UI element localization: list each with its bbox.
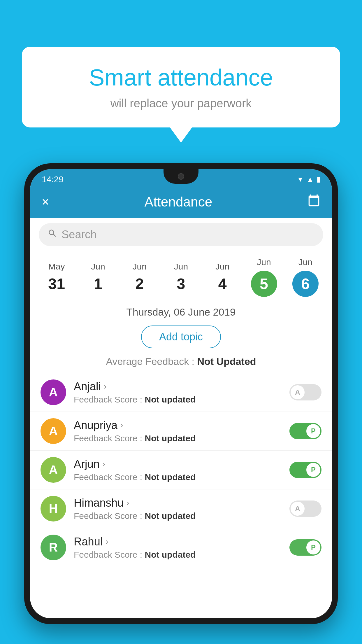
- cal-date-4: 4: [218, 275, 227, 293]
- speech-bubble: Smart attendance will replace your paper…: [22, 47, 340, 127]
- student-avatar-rahul: R: [41, 535, 66, 560]
- student-name-anupriya: Anupriya ›: [74, 419, 282, 432]
- cal-date-circle-2: 2: [135, 275, 144, 293]
- feedback-score-anupriya: Feedback Score : Not updated: [74, 433, 282, 443]
- phone-status-icons: ▼ ▲ ▮: [297, 175, 320, 183]
- date-info: Thursday, 06 June 2019: [30, 300, 332, 323]
- student-item-anjali[interactable]: A Anjali › Feedback Score : Not updated: [30, 373, 332, 412]
- search-bar-container: Search: [30, 218, 332, 251]
- cal-date-circle-1: 1: [94, 275, 102, 293]
- status-bar: 14:29 ▼ ▲ ▮: [24, 169, 338, 190]
- cal-month-6: Jun: [298, 257, 312, 267]
- student-avatar-anupriya: A: [41, 418, 66, 444]
- phone-outer: 14:29 ▼ ▲ ▮ × Attendance: [24, 163, 338, 624]
- student-avatar-himanshu: H: [41, 496, 66, 522]
- toggle-circle-arjun: P: [306, 463, 320, 477]
- cal-date-6: 6: [301, 275, 310, 293]
- phone-time: 14:29: [42, 174, 64, 184]
- add-topic-button[interactable]: Add topic: [141, 326, 221, 348]
- attendance-toggle-rahul[interactable]: P: [289, 539, 321, 556]
- student-item-rahul[interactable]: R Rahul › Feedback Score : Not updated: [30, 528, 332, 567]
- student-item-anupriya[interactable]: A Anupriya › Feedback Score : Not update…: [30, 412, 332, 451]
- calendar-button[interactable]: [307, 194, 320, 210]
- toggle-circle-anjali: A: [291, 385, 305, 399]
- chevron-right-icon-anupriya: ›: [120, 421, 123, 430]
- cal-date-circle-6: 6: [292, 271, 319, 297]
- chevron-right-icon-rahul: ›: [106, 537, 108, 546]
- cal-day-2[interactable]: Jun 2: [122, 262, 157, 293]
- chevron-right-icon-arjun: ›: [103, 459, 105, 469]
- student-info-anupriya: Anupriya › Feedback Score : Not updated: [74, 419, 282, 443]
- calendar-icon: [307, 194, 320, 207]
- cal-day-1[interactable]: Jun 1: [80, 262, 115, 293]
- add-topic-container: Add topic: [30, 323, 332, 353]
- cal-date-5: 5: [260, 275, 268, 293]
- student-name-rahul: Rahul ›: [74, 536, 282, 548]
- student-info-anjali: Anjali › Feedback Score : Not updated: [74, 380, 282, 405]
- cal-day-4[interactable]: Jun 4: [205, 262, 240, 293]
- attendance-toggle-himanshu[interactable]: A: [289, 501, 321, 517]
- search-icon: [48, 228, 57, 241]
- cal-month-0: May: [48, 262, 65, 272]
- cal-date-circle-3: 3: [177, 275, 185, 293]
- cal-day-0[interactable]: May 31: [39, 262, 74, 293]
- cal-date-3: 3: [177, 275, 185, 293]
- feedback-score-arjun: Feedback Score : Not updated: [74, 472, 282, 482]
- attendance-toggle-arjun[interactable]: P: [289, 462, 321, 478]
- student-item-himanshu[interactable]: H Himanshu › Feedback Score : Not update…: [30, 489, 332, 528]
- calendar-strip: May 31 Jun 1 Jun 2: [30, 251, 332, 300]
- cal-month-5: Jun: [257, 257, 271, 267]
- cal-month-3: Jun: [174, 262, 188, 272]
- close-button[interactable]: ×: [42, 195, 49, 209]
- speech-bubble-container: Smart attendance will replace your paper…: [22, 47, 340, 127]
- student-name-anjali: Anjali ›: [74, 380, 282, 393]
- camera-dot: [178, 173, 184, 180]
- cal-date-circle-0: 31: [48, 275, 65, 293]
- chevron-right-icon-himanshu: ›: [126, 498, 129, 508]
- avg-feedback-text: Average Feedback : Not Updated: [106, 356, 256, 367]
- student-name-himanshu: Himanshu ›: [74, 497, 282, 509]
- cal-date-2: 2: [135, 275, 144, 293]
- attendance-toggle-anupriya[interactable]: P: [289, 423, 321, 439]
- student-item-arjun[interactable]: A Arjun › Feedback Score : Not updated: [30, 451, 332, 489]
- bubble-subtitle: will replace your paperwork: [45, 97, 317, 110]
- feedback-score-himanshu: Feedback Score : Not updated: [74, 511, 282, 521]
- toggle-circle-anupriya: P: [306, 424, 320, 438]
- cal-date-1: 1: [94, 275, 102, 293]
- avg-feedback: Average Feedback : Not Updated: [30, 353, 332, 373]
- toggle-circle-rahul: P: [306, 540, 320, 554]
- cal-date-0: 31: [48, 275, 65, 293]
- cal-date-circle-5: 5: [251, 271, 277, 297]
- cal-day-5[interactable]: Jun 5: [247, 257, 282, 297]
- student-info-rahul: Rahul › Feedback Score : Not updated: [74, 536, 282, 560]
- student-list: A Anjali › Feedback Score : Not updated: [30, 373, 332, 618]
- avg-feedback-value: Not Updated: [197, 356, 256, 367]
- cal-month-4: Jun: [215, 262, 229, 272]
- search-placeholder: Search: [61, 228, 96, 241]
- selected-date-text: Thursday, 06 June 2019: [126, 306, 236, 318]
- cal-month-2: Jun: [133, 262, 147, 272]
- wifi-icon: ▼: [297, 175, 304, 183]
- attendance-toggle-anjali[interactable]: A: [289, 384, 321, 400]
- student-avatar-anjali: A: [41, 379, 66, 405]
- chevron-right-icon-anjali: ›: [104, 382, 106, 391]
- cal-date-circle-4: 4: [218, 275, 227, 293]
- feedback-score-anjali: Feedback Score : Not updated: [74, 395, 282, 405]
- student-info-himanshu: Himanshu › Feedback Score : Not updated: [74, 497, 282, 521]
- phone-screen: × Attendance Search: [30, 169, 332, 618]
- student-name-arjun: Arjun ›: [74, 458, 282, 470]
- feedback-score-rahul: Feedback Score : Not updated: [74, 550, 282, 560]
- student-info-arjun: Arjun › Feedback Score : Not updated: [74, 458, 282, 482]
- content-area: Thursday, 06 June 2019 Add topic Average…: [30, 300, 332, 618]
- cal-day-6[interactable]: Jun 6: [288, 257, 323, 297]
- cal-day-3[interactable]: Jun 3: [164, 262, 198, 293]
- search-bar[interactable]: Search: [39, 223, 323, 246]
- app-bar-title: Attendance: [144, 194, 212, 210]
- signal-icon: ▲: [307, 175, 314, 183]
- bubble-title: Smart attendance: [45, 64, 317, 91]
- battery-icon: ▮: [317, 175, 320, 183]
- phone-notch: [164, 169, 198, 184]
- cal-month-1: Jun: [91, 262, 105, 272]
- student-avatar-arjun: A: [41, 457, 66, 483]
- toggle-circle-himanshu: A: [291, 502, 305, 516]
